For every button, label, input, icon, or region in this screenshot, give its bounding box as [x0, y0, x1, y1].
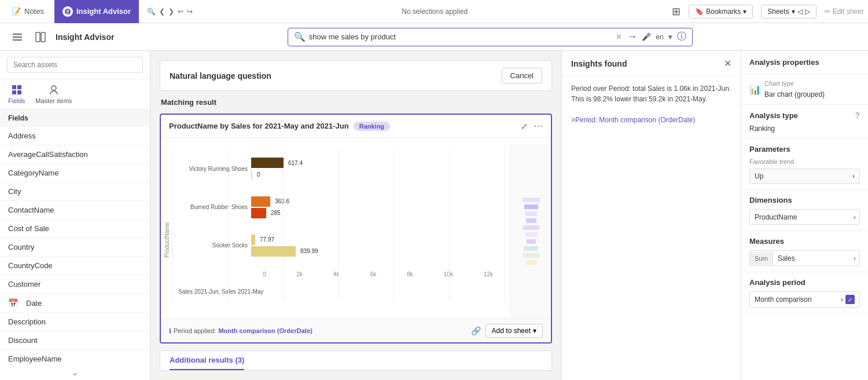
bars-group-3: 77.97 839.99 [251, 235, 318, 257]
bar-value-1a: 617.4 [288, 160, 303, 166]
sheets-left-icon: ◁ [797, 8, 803, 16]
bar-2b [251, 208, 266, 218]
microphone-icon[interactable]: 🎤 [642, 32, 651, 41]
svg-rect-2 [67, 11, 69, 12]
bar-3b [251, 246, 296, 257]
bookmarks-button[interactable]: 🔖 Bookmarks ▾ [689, 5, 753, 19]
lang-label[interactable]: en [656, 33, 663, 41]
svg-rect-4 [13, 34, 22, 35]
favorable-trend-value: Up [755, 172, 763, 180]
info-circle-icon: ℹ [169, 327, 171, 335]
period-name: Month comparison (OrderDate) [218, 327, 312, 334]
favorable-trend-dropdown[interactable]: Up › [749, 169, 860, 184]
dimension-chevron-icon: › [850, 210, 859, 224]
add-to-sheet-label: Add to sheet [492, 327, 531, 335]
analysis-period-chevron-icon: › [841, 295, 843, 304]
link-icon[interactable]: 🔗 [471, 326, 481, 335]
analysis-period-checkbox[interactable]: ✓ [845, 295, 855, 304]
info-icon[interactable]: ⓘ [677, 31, 686, 43]
dimension-row[interactable]: ProductName › [749, 209, 860, 225]
period-applied-label: Period applied: [174, 327, 216, 334]
chart-type-section: 📊 Chart type Bar chart (grouped) [741, 74, 868, 105]
analysis-period-row[interactable]: Month comparison › ✓ [749, 291, 860, 308]
sidebar-item-employeename-label: EmployeeName [8, 355, 62, 363]
nlq-title: Natural language question [170, 71, 271, 81]
sidebar-icons-row: Fields Master items [0, 79, 150, 109]
sidebar-item-fields[interactable]: Fields [8, 84, 25, 104]
sidebar-item-countrycode-label: CountryCode [8, 261, 53, 270]
measure-row[interactable]: Sum Sales › [749, 250, 860, 266]
clear-search-icon[interactable]: ✕ [616, 32, 622, 41]
chart-header: ProductName by Sales for 2021-May and 20… [161, 115, 551, 138]
sidebar-item-countrycode[interactable]: CountryCode [0, 257, 150, 275]
help-icon[interactable]: ? [855, 111, 860, 120]
bar-chart-icon: 📊 [749, 84, 761, 95]
svg-rect-8 [41, 32, 45, 42]
undo-icon[interactable]: ↩ [178, 8, 183, 16]
sidebar-item-date[interactable]: 📅 Date [0, 294, 150, 313]
search-box[interactable]: 🔍 ✕ → 🎤 en ▾ ⓘ [288, 28, 693, 46]
bar-2a [251, 196, 270, 207]
sidebar-item-description[interactable]: Description [0, 313, 150, 331]
redo-icon[interactable]: ↪ [187, 8, 193, 16]
sidebar-item-contactname[interactable]: ContactName [0, 201, 150, 220]
sidebar-item-averagecall[interactable]: AverageCallSatisfaction [0, 145, 150, 164]
sidebar-item-discount[interactable]: Discount [0, 331, 150, 350]
expand-icon[interactable]: ⤢ [521, 122, 528, 131]
sidebar-item-customer[interactable]: Customer [0, 275, 150, 294]
edit-sheet-button[interactable]: ✏ Edit sheet [825, 8, 863, 16]
analysis-period-section: Analysis period Month comparison › ✓ [741, 272, 868, 314]
sidebar-item-categoryname[interactable]: CategoryName [0, 164, 150, 182]
sidebar-search-input[interactable] [7, 57, 143, 73]
chart-title-text: ProductName by Sales for 2021-May and 20… [169, 122, 349, 130]
insight-logo-icon [62, 6, 73, 17]
favorable-trend-chevron-icon: › [852, 172, 855, 180]
sidebar-item-master[interactable]: Master items [35, 84, 72, 104]
selections-bar: No selections applied [201, 8, 668, 16]
grid-icon[interactable]: ⊞ [672, 5, 681, 18]
sidebar-item-address-label: Address [8, 131, 36, 140]
add-to-sheet-button[interactable]: Add to sheet ▾ [486, 324, 543, 338]
submit-search-icon[interactable]: → [627, 31, 637, 43]
svg-point-13 [52, 86, 56, 90]
magnify-icon: 🔍 [147, 8, 156, 16]
sidebar-item-employeename[interactable]: EmployeeName [0, 350, 150, 364]
sheets-button[interactable]: Sheets ▾ ◁ ▷ [761, 5, 816, 19]
bar-3a [251, 235, 255, 245]
x-tick-12k: 12k [484, 271, 493, 277]
sidebar-item-address[interactable]: Address [0, 127, 150, 145]
sidebar-item-date-label: Date [26, 299, 42, 308]
nlq-cancel-button[interactable]: Cancel [502, 68, 542, 83]
x-tick-0: 0 [263, 271, 266, 277]
sidebar-item-city-label: City [8, 187, 21, 196]
bar-value-3a: 77.97 [260, 236, 274, 243]
sidebar-item-country[interactable]: Country [0, 238, 150, 257]
x-tick-4k: 4k [333, 271, 340, 277]
sidebar-item-city[interactable]: City [0, 182, 150, 201]
close-insights-icon[interactable]: ✕ [724, 58, 731, 69]
bar-value-1b: 0 [257, 171, 260, 178]
bar-label-1: Victory Running Shoes [172, 166, 248, 172]
svg-rect-5 [13, 36, 22, 38]
period-info: ℹ Period applied: Month comparison (Orde… [169, 327, 312, 335]
bar-value-2b: 285 [271, 210, 281, 216]
insights-body: Period over Period: total Sales is 1.06k… [562, 76, 741, 132]
more-options-icon[interactable]: ⋯ [534, 120, 543, 131]
search-input[interactable] [309, 32, 613, 41]
notes-tab[interactable]: 📝 Notes [5, 0, 51, 23]
insight-advisor-label: Insight Advisor [76, 7, 131, 16]
bar-row-3: Socker Socks 77.97 839.99 [172, 231, 505, 261]
back-icon[interactable]: ❮ [159, 8, 165, 16]
forward-icon[interactable]: ❯ [168, 8, 174, 16]
panel-toggle[interactable] [32, 29, 49, 45]
lang-chevron-icon[interactable]: ▾ [668, 32, 672, 41]
svg-rect-6 [13, 39, 22, 41]
insights-link[interactable]: >Period: Month comparison (OrderDate) [571, 116, 695, 124]
additional-results-tab[interactable]: Additional results (3) [170, 351, 244, 370]
svg-rect-9 [12, 85, 16, 89]
sidebar-item-discount-label: Discount [8, 336, 38, 345]
chart-type-label: Chart type [764, 80, 825, 87]
sidebar-item-costofsale[interactable]: Cost of Sale [0, 220, 150, 238]
sidebar-toggle[interactable] [9, 29, 25, 45]
insight-advisor-tab[interactable]: Insight Advisor [54, 0, 139, 23]
